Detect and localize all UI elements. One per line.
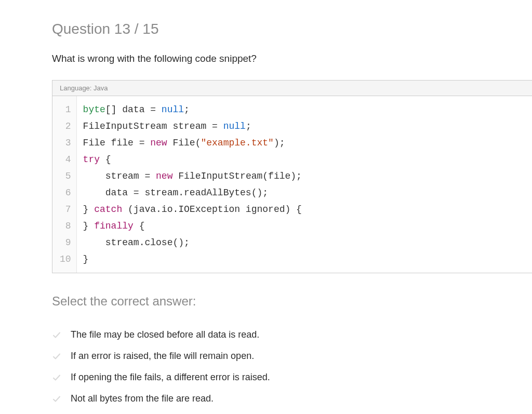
line-number: 2 xyxy=(52,118,76,135)
answer-prompt: Select the correct answer: xyxy=(52,294,532,309)
code-line: byte[] data = null; xyxy=(83,101,302,118)
answer-text: The file may be closed before all data i… xyxy=(71,329,259,340)
line-number: 10 xyxy=(52,251,76,268)
code-gutter: 12345678910 xyxy=(52,96,77,273)
code-line: } catch (java.io.IOException ignored) { xyxy=(83,201,302,218)
line-number: 7 xyxy=(52,201,76,218)
answer-text: Not all bytes from the file are read. xyxy=(71,393,214,404)
answer-option[interactable]: If an error is raised, the file will rem… xyxy=(52,345,532,367)
line-number: 3 xyxy=(52,135,76,151)
line-number: 6 xyxy=(52,184,76,201)
answer-list: The file may be closed before all data i… xyxy=(52,324,532,409)
code-line: stream.close(); xyxy=(83,234,302,251)
line-number: 1 xyxy=(52,101,76,118)
code-line: FileInputStream stream = null; xyxy=(83,118,302,135)
answer-text: If opening the file fails, a different e… xyxy=(71,372,270,383)
question-text: What is wrong with the following code sn… xyxy=(52,53,532,64)
code-line: data = stream.readAllBytes(); xyxy=(83,184,302,201)
check-icon xyxy=(52,330,61,340)
code-line: } xyxy=(83,251,302,268)
code-lines: byte[] data = null;FileInputStream strea… xyxy=(77,96,308,273)
answer-option[interactable]: If opening the file fails, a different e… xyxy=(52,367,532,388)
check-icon xyxy=(52,394,61,404)
line-number: 9 xyxy=(52,234,76,251)
line-number: 5 xyxy=(52,168,76,184)
answer-text: If an error is raised, the file will rem… xyxy=(71,351,254,362)
code-block: Language: Java 12345678910 byte[] data =… xyxy=(52,80,532,273)
code-line: try { xyxy=(83,151,302,168)
answer-option[interactable]: Not all bytes from the file are read. xyxy=(52,388,532,409)
line-number: 8 xyxy=(52,218,76,234)
answer-option[interactable]: The file may be closed before all data i… xyxy=(52,324,532,345)
line-number: 4 xyxy=(52,151,76,168)
question-counter: Question 13 / 15 xyxy=(52,21,532,37)
code-line: } finally { xyxy=(83,218,302,234)
check-icon xyxy=(52,373,61,382)
code-language-label: Language: Java xyxy=(52,81,532,96)
code-line: File file = new File("example.txt"); xyxy=(83,135,302,151)
check-icon xyxy=(52,352,61,361)
code-line: stream = new FileInputStream(file); xyxy=(83,168,302,184)
